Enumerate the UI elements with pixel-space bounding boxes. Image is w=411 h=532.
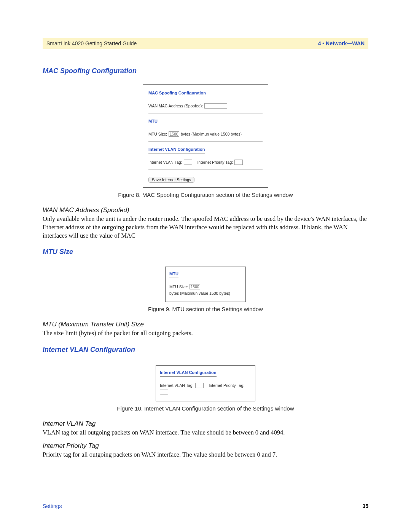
mtu-size-label: MTU Size: xyxy=(148,132,167,136)
wan-mac-subhead: WAN MAC Address (Spoofed) xyxy=(43,206,368,214)
priority-tag-body: Priority tag for all outgoing packets on… xyxy=(43,451,368,459)
panel-title-mac: MAC Spoofing Configuration xyxy=(148,91,206,97)
mtu-size-input[interactable]: 1500 xyxy=(169,131,179,137)
vlan-tag-subhead: Internet VLAN Tag xyxy=(43,420,368,428)
footer-left: Settings xyxy=(43,503,62,509)
header-right: 4 • Network—WAN xyxy=(318,40,365,46)
vlan-tag-input[interactable] xyxy=(184,160,192,165)
mtu-size-heading: MTU Size xyxy=(43,248,368,256)
figure-10-wrap: Internet VLAN Configuration Internet VLA… xyxy=(43,361,368,401)
page-header: SmartLink 4020 Getting Started Guide 4 •… xyxy=(43,38,368,49)
wan-mac-input[interactable] xyxy=(204,103,227,109)
divider xyxy=(148,169,263,170)
page-footer: Settings 35 xyxy=(43,503,368,509)
figure-9-box: MTU MTU Size: 1500 bytes (Maximun value … xyxy=(165,267,246,302)
figure-8-wrap: MAC Spoofing Configuration WAN MAC Addre… xyxy=(43,82,368,188)
mtu-body: The size limit (bytes) of the packet for… xyxy=(43,329,368,337)
figure-10-box: Internet VLAN Configuration Internet VLA… xyxy=(156,365,255,401)
wan-mac-label: WAN MAC Address (Spoofed): xyxy=(148,104,203,108)
save-internet-settings-button[interactable]: Save Internet Settings xyxy=(148,177,194,183)
mtu-note: bytes (Maximun value 1500 bytes) xyxy=(181,132,242,136)
priority-tag-input[interactable] xyxy=(234,160,243,165)
priority-tag-label: Internet Priority Tag: xyxy=(197,160,233,165)
vlan-tag-label: Internet VLAN Tag: xyxy=(148,160,182,165)
mtu-size-input-9[interactable]: 1500 xyxy=(190,284,200,289)
mtu-size-label-9: MTU Size: xyxy=(169,284,188,289)
mtu-note-9: bytes (Maximun value 1500 bytes) xyxy=(169,291,230,296)
figure-10-caption: Figure 10. Internet VLAN Configuration s… xyxy=(43,405,368,412)
vlan-tag-input-10[interactable] xyxy=(195,383,204,388)
figure-8-caption: Figure 8. MAC Spoofing Configuration sec… xyxy=(43,192,368,198)
wan-mac-body: Only available when the unit is under th… xyxy=(43,215,368,240)
priority-tag-subhead: Internet Priority Tag xyxy=(43,442,368,450)
priority-tag-label-10: Internet Priority Tag: xyxy=(209,383,244,388)
figure-9-wrap: MTU MTU Size: 1500 bytes (Maximun value … xyxy=(43,263,368,302)
footer-right: 35 xyxy=(362,503,368,509)
vlan-tag-body: VLAN tag for all outgoing packets on WAN… xyxy=(43,428,368,437)
vlan-tag-label-10: Internet VLAN Tag: xyxy=(160,383,194,388)
priority-tag-input-10[interactable] xyxy=(160,390,168,395)
divider xyxy=(148,113,263,113)
panel-title-vlan-10: Internet VLAN Configuration xyxy=(160,370,217,377)
mtu-subhead: MTU (Maximum Transfer Unit) Size xyxy=(43,321,368,328)
figure-8-box: MAC Spoofing Configuration WAN MAC Addre… xyxy=(143,84,268,188)
panel-title-mtu: MTU xyxy=(148,119,158,125)
vlan-heading: Internet VLAN Configuration xyxy=(43,346,368,354)
figure-9-caption: Figure 9. MTU section of the Settings wi… xyxy=(43,306,368,312)
mac-spoofing-heading: MAC Spoofing Configuration xyxy=(43,67,368,75)
divider xyxy=(148,141,263,142)
header-left: SmartLink 4020 Getting Started Guide xyxy=(46,40,137,46)
panel-title-mtu-9: MTU xyxy=(169,272,178,278)
panel-title-vlan: Internet VLAN Configuration xyxy=(148,147,205,153)
